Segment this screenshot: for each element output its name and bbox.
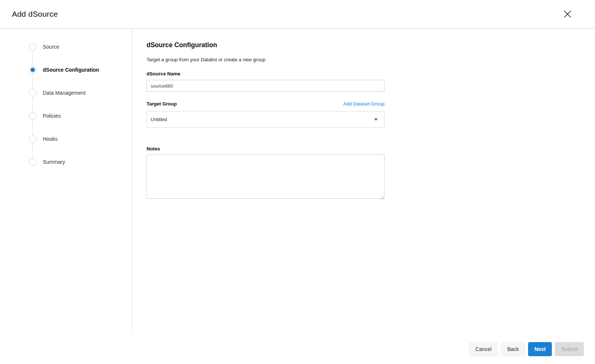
step-circle-icon (29, 43, 36, 51)
dialog-title: Add dSource (12, 10, 58, 19)
step-dsource-configuration[interactable]: dSource Configuration (29, 66, 99, 74)
step-hooks[interactable]: Hooks (29, 135, 58, 143)
wizard-stepper: Source dSource Configuration Data Manage… (0, 29, 132, 334)
page-subtitle: Target a group from your Datalist or cre… (147, 57, 385, 62)
step-summary[interactable]: Summary (29, 158, 65, 166)
notes-field-wrap (147, 155, 385, 199)
step-circle-icon (29, 135, 36, 143)
target-group-selected-value: Untitled (151, 117, 167, 122)
page-title: dSource Configuration (147, 41, 385, 49)
step-policies[interactable]: Policies (29, 112, 61, 120)
step-label: Summary (43, 159, 65, 165)
target-group-label: Target Group (147, 101, 177, 107)
notes-label: Notes (147, 146, 385, 152)
target-group-dropdown[interactable]: Untitled (147, 111, 385, 128)
chevron-down-icon (374, 118, 378, 121)
dsource-name-input[interactable] (147, 80, 385, 92)
step-source[interactable]: Source (29, 43, 59, 51)
wizard-footer: Cancel Back Next Submit (469, 342, 584, 356)
step-label: Policies (43, 113, 61, 119)
cancel-button[interactable]: Cancel (469, 342, 498, 356)
step-circle-icon (29, 66, 36, 74)
next-button[interactable]: Next (528, 342, 552, 356)
step-label: Data Management (43, 90, 86, 96)
step-circle-icon (29, 112, 36, 120)
wizard-sidebar: Source dSource Configuration Data Manage… (0, 29, 132, 334)
submit-button: Submit (555, 342, 584, 356)
step-circle-icon (29, 158, 36, 166)
step-label: Hooks (43, 136, 58, 142)
stepper-connector-line (32, 47, 33, 162)
target-group-row: Target Group Add Dataset Group (147, 101, 385, 107)
step-label: dSource Configuration (43, 67, 99, 73)
add-dataset-group-link[interactable]: Add Dataset Group (343, 101, 385, 107)
step-circle-icon (29, 89, 36, 97)
step-label: Source (43, 44, 59, 50)
notes-textarea[interactable] (147, 155, 385, 199)
step-data-management[interactable]: Data Management (29, 89, 86, 97)
back-button[interactable]: Back (501, 342, 525, 356)
dialog-header: Add dSource (0, 0, 595, 29)
dsource-configuration-panel: dSource Configuration Target a group fro… (147, 29, 385, 199)
close-button[interactable] (561, 8, 574, 20)
dsource-name-label: dSource Name (147, 71, 385, 77)
close-icon (562, 9, 573, 19)
